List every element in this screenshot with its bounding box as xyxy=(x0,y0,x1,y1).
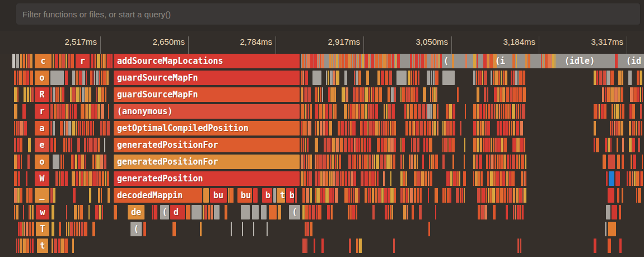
flame-frame[interactable] xyxy=(252,205,259,219)
flame-frame[interactable] xyxy=(18,239,19,253)
flame-frame[interactable] xyxy=(417,138,419,152)
flame-frame[interactable] xyxy=(66,222,67,236)
flame-frame[interactable] xyxy=(620,121,623,135)
flame-frame[interactable] xyxy=(385,205,388,219)
flame-frame[interactable] xyxy=(50,188,53,203)
flame-frame[interactable] xyxy=(101,54,102,68)
flame-frame[interactable] xyxy=(359,54,361,68)
flame-frame[interactable] xyxy=(315,171,317,186)
flame-frame[interactable] xyxy=(390,188,394,203)
flame-frame[interactable] xyxy=(477,87,479,102)
flame-frame[interactable] xyxy=(375,54,378,68)
flame-frame[interactable] xyxy=(421,171,424,186)
flame-frame[interactable] xyxy=(20,121,24,135)
flame-frame[interactable] xyxy=(507,155,509,169)
flame-frame[interactable] xyxy=(365,104,367,119)
flame-frame[interactable] xyxy=(99,171,101,186)
flame-frame[interactable] xyxy=(59,54,62,68)
flame-frame[interactable] xyxy=(627,171,628,186)
flame-frame[interactable] xyxy=(417,171,421,186)
flame-frame[interactable] xyxy=(610,87,614,102)
flame-frame[interactable] xyxy=(332,54,333,68)
flame-frame[interactable] xyxy=(478,171,480,186)
flame-frame[interactable] xyxy=(410,54,412,68)
flame-frame[interactable] xyxy=(66,205,67,219)
flame-frame[interactable] xyxy=(23,71,26,85)
flame-frame[interactable] xyxy=(354,71,355,85)
flame-frame[interactable] xyxy=(79,222,80,236)
flame-frame[interactable] xyxy=(351,188,352,203)
flame-frame[interactable] xyxy=(231,222,232,236)
flame-frame[interactable] xyxy=(486,104,487,119)
flame-frame[interactable] xyxy=(400,155,402,169)
flame-frame[interactable] xyxy=(208,205,210,219)
flame-frame[interactable] xyxy=(321,54,324,68)
flame-frame[interactable] xyxy=(102,205,103,219)
flame-frame[interactable] xyxy=(350,121,352,135)
flame-frame[interactable] xyxy=(520,138,524,152)
frame-generatedpositionfor[interactable]: generatedPositionFor xyxy=(114,155,300,169)
flame-frame[interactable] xyxy=(517,71,519,85)
flame-frame[interactable] xyxy=(333,104,334,119)
flame-frame[interactable] xyxy=(52,239,53,253)
flame-frame[interactable] xyxy=(618,87,620,102)
flame-frame[interactable] xyxy=(77,71,78,85)
flame-frame[interactable] xyxy=(203,205,204,219)
flame-frame[interactable] xyxy=(432,155,434,169)
flame-frame[interactable] xyxy=(110,54,113,68)
flame-frame[interactable] xyxy=(407,104,409,119)
flame-frame[interactable] xyxy=(329,104,332,119)
flame-frame[interactable] xyxy=(519,188,522,203)
flame-frame[interactable] xyxy=(101,87,104,102)
flame-frame[interactable] xyxy=(602,87,604,102)
flame-frame[interactable] xyxy=(509,188,512,203)
flame-frame[interactable] xyxy=(96,87,97,102)
flame-frame[interactable] xyxy=(421,54,424,68)
flame-frame[interactable] xyxy=(636,121,637,135)
flame-frame[interactable] xyxy=(354,138,356,152)
flame-frame[interactable] xyxy=(437,121,438,135)
flame-frame[interactable] xyxy=(498,71,500,85)
flame-frame[interactable] xyxy=(484,205,487,219)
flame-frame[interactable] xyxy=(62,54,65,68)
flame-frame[interactable] xyxy=(375,171,376,186)
flame-frame[interactable] xyxy=(64,121,65,135)
flame-frame[interactable] xyxy=(608,138,610,152)
flame-frame[interactable] xyxy=(345,171,347,186)
flame-frame[interactable] xyxy=(356,205,357,219)
flame-frame[interactable] xyxy=(403,188,405,203)
flame-frame[interactable] xyxy=(622,71,623,85)
flame-frame[interactable] xyxy=(447,188,450,203)
frame-bi[interactable]: bi xyxy=(286,188,294,203)
flame-frame[interactable] xyxy=(348,188,350,203)
flame-frame[interactable] xyxy=(495,155,496,169)
flame-frame[interactable] xyxy=(618,71,622,85)
flame-frame[interactable] xyxy=(489,188,492,203)
flame-frame[interactable] xyxy=(522,104,525,119)
flame-frame[interactable] xyxy=(26,222,28,236)
flame-frame[interactable] xyxy=(596,71,598,85)
flame-frame[interactable] xyxy=(428,121,431,135)
flame-frame[interactable] xyxy=(603,71,606,85)
flame-frame[interactable] xyxy=(513,71,515,85)
flame-frame[interactable] xyxy=(310,155,312,169)
flame-frame[interactable] xyxy=(512,87,516,102)
flame-frame[interactable] xyxy=(375,188,377,203)
flame-frame[interactable] xyxy=(27,155,30,169)
flame-frame[interactable] xyxy=(482,188,485,203)
flame-frame[interactable] xyxy=(391,121,394,135)
flame-frame[interactable] xyxy=(50,121,52,135)
flame-frame[interactable] xyxy=(71,54,74,68)
flame-frame[interactable] xyxy=(82,121,83,135)
flame-frame[interactable] xyxy=(510,87,512,102)
flame-frame[interactable] xyxy=(386,104,388,119)
flame-frame[interactable] xyxy=(14,138,16,152)
flame-frame[interactable] xyxy=(361,104,364,119)
flame-frame[interactable] xyxy=(490,171,493,186)
flame-frame[interactable] xyxy=(506,121,508,135)
flame-frame[interactable] xyxy=(20,138,22,152)
flame-frame[interactable] xyxy=(629,171,631,186)
flame-frame[interactable] xyxy=(14,104,17,119)
frame-anonymous[interactable]: (anonymous) xyxy=(114,104,300,119)
flame-frame[interactable] xyxy=(424,121,426,135)
